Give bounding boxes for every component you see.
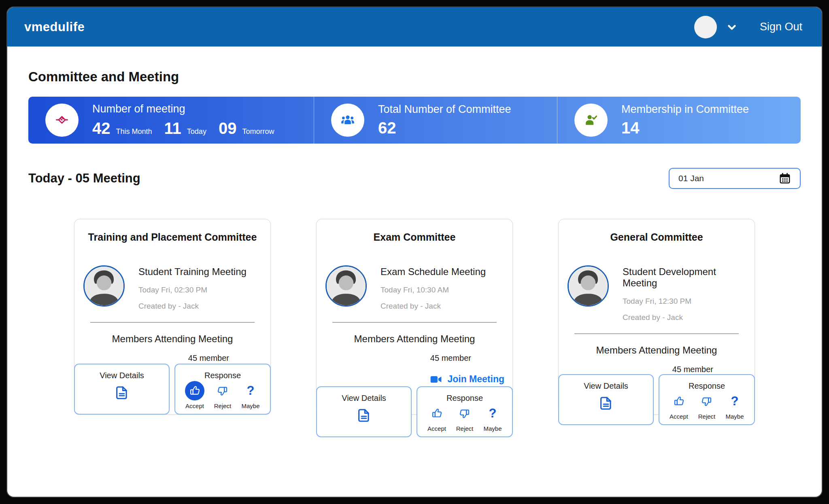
accept-button[interactable]: Accept	[185, 381, 204, 409]
stat-title: Number of meeting	[92, 103, 286, 115]
meetings-heading: Today - 05 Meeting	[28, 171, 140, 186]
topbar-right: Sign Out	[694, 16, 805, 38]
user-avatar	[694, 16, 717, 38]
thumbs-down-icon	[213, 381, 232, 400]
document-icon	[114, 385, 130, 402]
reject-label: Reject	[456, 425, 474, 432]
thumbs-up-icon	[185, 381, 204, 400]
maybe-label: Maybe	[725, 413, 744, 420]
response-panel: Response Accept	[417, 386, 513, 437]
view-details-label: View Details	[342, 394, 386, 403]
stat-title: Membership in Committee	[621, 103, 749, 116]
meetings-tomorrow-label: Tomorrow	[242, 127, 274, 136]
members-count: 45 member	[74, 354, 270, 363]
view-details-label: View Details	[584, 381, 628, 391]
reject-label: Reject	[214, 402, 232, 409]
accept-button[interactable]: Accept	[427, 404, 446, 432]
committee-name: Exam Committee	[317, 231, 512, 243]
question-mark-icon: ?	[725, 392, 744, 411]
card-footer: View Details Response Accept	[558, 374, 755, 425]
meetings-this-month-value: 42	[92, 119, 111, 138]
organizer-photo	[325, 265, 367, 307]
accept-label: Accept	[185, 402, 204, 409]
meeting-time: Today Fri, 12:30 PM	[623, 297, 745, 306]
meetings-today-label: Today	[187, 127, 206, 136]
maybe-button[interactable]: ? Maybe	[725, 392, 744, 420]
video-camera-icon	[429, 373, 442, 386]
organizer-photo	[83, 265, 125, 307]
question-mark-icon: ?	[483, 404, 502, 423]
accept-label: Accept	[670, 413, 688, 420]
user-avatar-menu[interactable]	[694, 16, 738, 38]
meeting-created-by: Created by - Jack	[380, 302, 486, 311]
thumbs-up-icon	[669, 392, 689, 411]
response-label: Response	[446, 394, 483, 403]
date-filter[interactable]: 01 Jan	[669, 168, 801, 189]
view-details-button[interactable]: View Details	[558, 374, 654, 425]
date-filter-value: 01 Jan	[678, 174, 704, 183]
accept-label: Accept	[427, 425, 446, 432]
page-title: Committee and Meeting	[28, 69, 801, 85]
meeting-info: Student Training Meeting Today Fri, 02:3…	[83, 265, 261, 311]
organizer-photo	[568, 265, 609, 307]
meeting-name: Exam Schedule Meeting	[380, 266, 486, 277]
card-divider	[332, 322, 497, 323]
document-icon	[598, 396, 614, 413]
meeting-info: Student Development Meeting Today Fri, 1…	[568, 265, 745, 322]
maybe-label: Maybe	[483, 425, 502, 432]
stat-title: Total Number of Committee	[378, 103, 511, 116]
sign-out-button[interactable]: Sign Out	[757, 20, 805, 34]
maybe-button[interactable]: ? Maybe	[483, 404, 502, 432]
meeting-time: Today Fri, 10:30 AM	[380, 286, 486, 294]
document-icon	[356, 408, 372, 425]
main-content: Committee and Meeting Number of meeting …	[7, 47, 822, 415]
stat-total-committee: Total Number of Committee 62	[314, 97, 557, 144]
meeting-card: General Committee Student Development Me…	[558, 219, 755, 415]
thumbs-down-icon	[455, 404, 474, 423]
stats-banner: Number of meeting 42 This Month 11 Today…	[28, 97, 801, 144]
card-divider	[90, 322, 255, 323]
meeting-time: Today Fri, 02:30 PM	[138, 286, 247, 294]
committee-name: General Committee	[559, 231, 755, 243]
maybe-button[interactable]: ? Maybe	[241, 381, 260, 409]
members-count: 45 member	[559, 365, 755, 374]
meeting-cards-row: Training and Placement Committee Student…	[28, 219, 801, 415]
meetings-this-month-label: This Month	[116, 127, 152, 136]
meeting-created-by: Created by - Jack	[138, 302, 247, 311]
meeting-card: Exam Committee Exam Schedule Meeting Tod…	[316, 219, 513, 415]
join-meeting-label: Join Meeting	[447, 374, 504, 385]
reject-button[interactable]: Reject	[213, 381, 232, 409]
response-label: Response	[204, 371, 241, 380]
stat-metrics: 42 This Month 11 Today 09 Tomorrow	[92, 119, 286, 138]
membership-value: 14	[621, 119, 749, 137]
meeting-info: Exam Schedule Meeting Today Fri, 10:30 A…	[325, 265, 503, 311]
total-committee-value: 62	[378, 119, 511, 137]
stat-number-of-meeting: Number of meeting 42 This Month 11 Today…	[28, 97, 314, 144]
members-heading: Members Attending Meeting	[559, 345, 755, 356]
person-check-icon	[574, 104, 608, 137]
reject-button[interactable]: Reject	[697, 392, 716, 420]
maybe-label: Maybe	[241, 402, 259, 409]
brand-logo: vmedulife	[24, 20, 85, 34]
join-meeting-link[interactable]: Join Meeting	[317, 373, 512, 386]
accept-button[interactable]: Accept	[669, 392, 689, 420]
response-panel: Response Accept	[174, 364, 271, 415]
meeting-created-by: Created by - Jack	[623, 313, 745, 322]
members-heading: Members Attending Meeting	[74, 333, 270, 345]
meeting-name: Student Training Meeting	[138, 266, 247, 277]
response-panel: Response Accept	[659, 374, 755, 425]
reject-button[interactable]: Reject	[455, 404, 474, 432]
question-mark-icon: ?	[241, 381, 260, 400]
meetings-today-value: 11	[164, 119, 181, 138]
meetings-tomorrow-value: 09	[219, 119, 237, 138]
view-details-button[interactable]: View Details	[74, 364, 170, 415]
thumbs-up-icon	[427, 404, 446, 423]
meeting-card: Training and Placement Committee Student…	[74, 219, 271, 415]
calendar-icon	[779, 172, 791, 184]
chevron-down-icon	[726, 21, 738, 33]
view-details-button[interactable]: View Details	[316, 386, 412, 437]
members-count: 45 member	[317, 354, 512, 363]
stat-membership: Membership in Committee 14	[557, 97, 801, 144]
response-label: Response	[689, 381, 725, 391]
committee-name: Training and Placement Committee	[74, 231, 270, 243]
